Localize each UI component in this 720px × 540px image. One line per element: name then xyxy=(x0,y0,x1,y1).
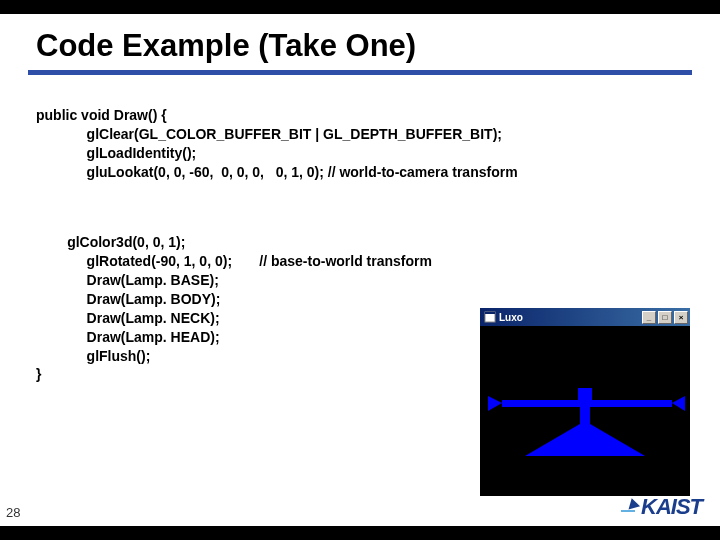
code-comment: // base-to-world transform xyxy=(259,253,432,269)
code-line: public void Draw() { xyxy=(36,107,167,123)
code-line: } xyxy=(36,366,41,382)
window-title-text: Luxo xyxy=(499,312,523,323)
code-line: Draw(Lamp. HEAD); xyxy=(87,329,220,345)
svg-rect-1 xyxy=(485,312,495,314)
code-line: Draw(Lamp. BASE); xyxy=(87,272,219,288)
logo-accent-icon xyxy=(626,497,640,510)
window-title: Luxo xyxy=(484,311,523,323)
lamp-render xyxy=(480,326,690,496)
logo-text: KAIST xyxy=(641,494,702,520)
slide: Code Example (Take One) public void Draw… xyxy=(0,14,720,526)
kaist-logo: KAIST xyxy=(641,494,702,520)
code-line: glFlush(); xyxy=(87,348,151,364)
title-rule xyxy=(28,70,692,75)
close-button[interactable]: × xyxy=(674,311,688,324)
svg-marker-5 xyxy=(488,396,502,411)
code-block: public void Draw() { glClear(GL_COLOR_BU… xyxy=(0,87,720,200)
logo-label: KAIST xyxy=(641,494,702,519)
window-buttons: _ □ × xyxy=(642,311,688,324)
window-titlebar: Luxo _ □ × xyxy=(480,308,690,326)
code-line: glColor3d(0, 0, 1); xyxy=(67,234,185,250)
luxo-window: Luxo _ □ × xyxy=(480,308,690,496)
code-line: Draw(Lamp. BODY); xyxy=(87,291,221,307)
svg-rect-4 xyxy=(502,400,672,407)
logo-dash-icon xyxy=(621,510,635,512)
code-line: glRotated(-90, 1, 0, 0); xyxy=(87,253,232,269)
slide-title: Code Example (Take One) xyxy=(0,14,720,70)
svg-rect-7 xyxy=(578,388,592,400)
window-content xyxy=(480,326,690,496)
maximize-button[interactable]: □ xyxy=(658,311,672,324)
code-line: glClear(GL_COLOR_BUFFER_BIT | GL_DEPTH_B… xyxy=(87,126,502,142)
code-line: gluLookat(0, 0, -60, 0, 0, 0, 0, 1, 0); … xyxy=(87,164,518,180)
svg-marker-6 xyxy=(672,396,685,411)
app-icon xyxy=(484,311,496,323)
code-line: glLoadIdentity(); xyxy=(87,145,197,161)
code-line: Draw(Lamp. NECK); xyxy=(87,310,220,326)
page-number: 28 xyxy=(6,505,20,520)
minimize-button[interactable]: _ xyxy=(642,311,656,324)
